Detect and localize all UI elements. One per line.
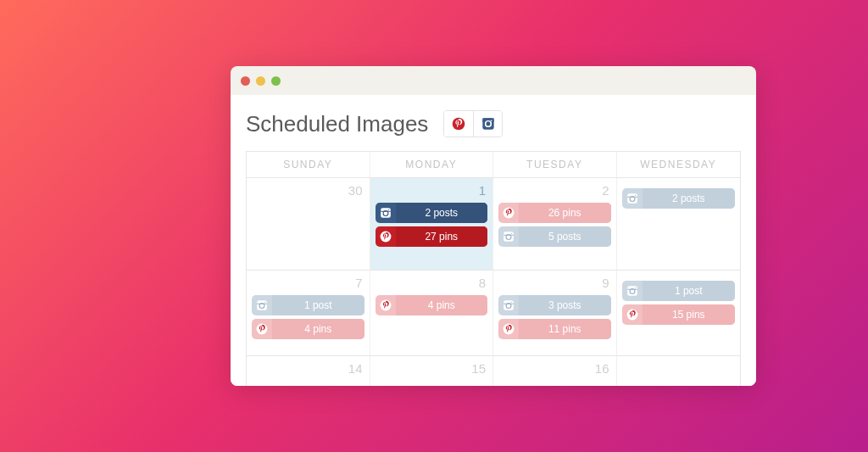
pinterest-icon: [498, 207, 519, 219]
window-titlebar: [231, 66, 756, 95]
calendar-cell[interactable]: 14: [247, 356, 370, 386]
svg-point-30: [504, 324, 515, 335]
pinterest-icon: [452, 117, 465, 131]
weekday-label: TUESDAY: [493, 152, 617, 177]
badge-label: 1 post: [272, 295, 364, 315]
badge-label: 15 pins: [643, 304, 736, 325]
svg-point-9: [387, 209, 388, 210]
svg-point-24: [257, 324, 268, 335]
weekday-label: MONDAY: [370, 152, 494, 177]
calendar-cell[interactable]: 15: [370, 356, 494, 386]
calendar-cell[interactable]: 1 post15 pins: [617, 271, 741, 355]
badge-label: 5 posts: [519, 226, 611, 247]
pinterest-schedule-badge[interactable]: 4 pins: [376, 295, 488, 315]
instagram-icon: [481, 117, 495, 131]
pinterest-icon: [376, 299, 396, 311]
svg-point-0: [453, 118, 465, 131]
app-window: Scheduled Images SUNDAY MONDAY TUESDAY W…: [231, 66, 756, 386]
day-number: 15: [376, 361, 488, 376]
page-header: Scheduled Images: [246, 110, 741, 137]
day-number: 30: [252, 183, 364, 198]
svg-rect-6: [381, 208, 391, 218]
day-number: 14: [252, 361, 364, 376]
pinterest-schedule-badge[interactable]: 15 pins: [622, 304, 736, 325]
calendar-cell[interactable]: 30: [247, 178, 370, 270]
instagram-schedule-badge[interactable]: 1 post: [252, 295, 364, 315]
window-zoom-button[interactable]: [271, 76, 281, 86]
instagram-icon: [622, 285, 643, 297]
instagram-icon: [498, 231, 519, 243]
svg-rect-20: [257, 300, 267, 310]
svg-point-25: [380, 300, 391, 311]
pinterest-schedule-badge[interactable]: 11 pins: [498, 319, 611, 339]
svg-point-34: [634, 287, 635, 288]
calendar-row: 71 post4 pins84 pins93 posts11 pins1 pos…: [247, 270, 740, 355]
badge-label: 2 posts: [396, 203, 488, 223]
day-number: 7: [252, 276, 364, 290]
instagram-icon: [622, 193, 643, 204]
calendar-cell[interactable]: 93 posts11 pins: [493, 271, 617, 355]
svg-point-35: [626, 310, 637, 321]
calendar-grid: SUNDAY MONDAY TUESDAY WEDNESDAY 3012 pos…: [246, 151, 741, 386]
pinterest-icon: [498, 323, 519, 335]
window-content: Scheduled Images SUNDAY MONDAY TUESDAY W…: [231, 95, 756, 386]
day-number: 16: [498, 361, 611, 376]
window-close-button[interactable]: [241, 76, 250, 86]
svg-rect-26: [504, 300, 514, 310]
instagram-icon: [252, 299, 272, 311]
day-number: 8: [376, 276, 488, 290]
svg-rect-31: [627, 286, 637, 296]
calendar-cell[interactable]: [617, 356, 741, 386]
window-minimize-button[interactable]: [256, 76, 265, 86]
filter-pinterest-button[interactable]: [444, 111, 473, 137]
svg-point-19: [634, 195, 635, 196]
filter-instagram-button[interactable]: [473, 111, 502, 137]
svg-point-29: [511, 302, 512, 303]
instagram-schedule-badge[interactable]: 3 posts: [498, 295, 611, 315]
calendar-cell[interactable]: 12 posts27 pins: [370, 178, 494, 270]
pinterest-schedule-badge[interactable]: 27 pins: [376, 226, 488, 247]
calendar-header-row: SUNDAY MONDAY TUESDAY WEDNESDAY: [247, 152, 740, 177]
instagram-schedule-badge[interactable]: 5 posts: [498, 226, 611, 247]
badge-label: 1 post: [643, 281, 736, 301]
instagram-schedule-badge[interactable]: 2 posts: [622, 188, 736, 209]
day-number: 2: [498, 183, 611, 198]
svg-point-5: [491, 120, 492, 122]
calendar-cell[interactable]: 84 pins: [370, 271, 494, 355]
svg-point-23: [264, 302, 265, 303]
badge-label: 4 pins: [396, 295, 488, 315]
badge-label: 2 posts: [643, 188, 736, 209]
day-number: 9: [498, 276, 611, 290]
day-number: 1: [376, 183, 488, 198]
weekday-label: SUNDAY: [247, 152, 370, 177]
weekday-label: WEDNESDAY: [617, 152, 741, 177]
badge-label: 11 pins: [519, 319, 611, 339]
pinterest-icon: [622, 309, 643, 321]
calendar-row: 141516: [247, 355, 740, 386]
badge-label: 3 posts: [519, 295, 611, 315]
pinterest-icon: [376, 231, 396, 243]
badge-label: 27 pins: [396, 226, 488, 247]
instagram-schedule-badge[interactable]: 2 posts: [376, 203, 488, 223]
badge-label: 26 pins: [519, 203, 611, 223]
page-title: Scheduled Images: [246, 111, 428, 137]
svg-rect-12: [504, 232, 514, 242]
svg-point-15: [511, 233, 512, 234]
calendar-cell[interactable]: 16: [493, 356, 617, 386]
network-filter-group: [443, 110, 503, 137]
calendar-cell[interactable]: 71 post4 pins: [247, 271, 370, 355]
pinterest-schedule-badge[interactable]: 4 pins: [252, 319, 364, 339]
badge-label: 4 pins: [272, 319, 364, 339]
pinterest-schedule-badge[interactable]: 26 pins: [498, 203, 611, 223]
svg-point-11: [504, 208, 515, 219]
instagram-icon: [376, 207, 396, 219]
svg-point-10: [380, 232, 391, 243]
calendar-row: 3012 posts27 pins226 pins5 posts2 posts: [247, 177, 740, 270]
pinterest-icon: [252, 323, 272, 335]
instagram-icon: [498, 299, 519, 311]
calendar-cell[interactable]: 226 pins5 posts: [493, 178, 617, 270]
calendar-cell[interactable]: 2 posts: [617, 178, 741, 270]
instagram-schedule-badge[interactable]: 1 post: [622, 281, 736, 301]
